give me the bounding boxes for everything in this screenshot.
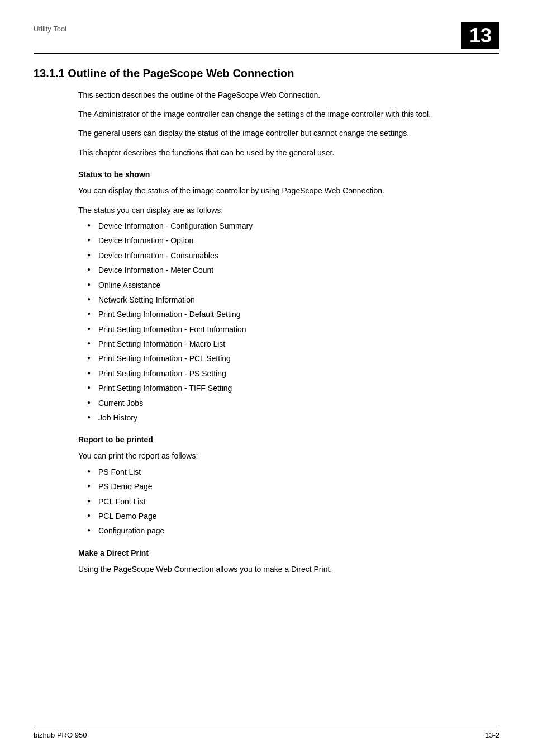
list-item: Device Information - Meter Count [87,264,477,276]
report-subheading: Report to be printed [78,435,499,444]
list-item: Print Setting Information - Font Informa… [87,323,477,336]
section-number: 13.1.1 [34,67,65,79]
report-list: PS Font List PS Demo Page PCL Font List … [87,466,477,537]
list-item: PCL Font List [87,495,477,508]
status-list: Device Information - Configuration Summa… [87,220,477,424]
page: Utility Tool 13 13.1.1 Outline of the Pa… [0,0,533,756]
list-item: Device Information - Configuration Summa… [87,220,477,232]
section-title: Outline of the PageScope Web Connection [68,67,294,79]
intro-paragraph-4: This chapter describes the functions tha… [78,147,477,159]
list-item: Job History [87,412,477,424]
footer-page-number: 13-2 [485,731,499,739]
status-intro-1: You can display the status of the image … [78,185,477,197]
list-item: PS Font List [87,466,477,478]
list-item: Network Setting Information [87,294,477,306]
status-subheading: Status to be shown [78,170,499,179]
header-title: Utility Tool [34,22,66,33]
page-footer: bizhub PRO 950 13-2 [34,726,499,739]
list-item: Print Setting Information - Macro List [87,338,477,350]
list-item: Device Information - Consumables [87,249,477,262]
intro-paragraph-1: This section describes the outline of th… [78,89,477,101]
page-header: Utility Tool 13 [34,22,499,54]
status-intro-2: The status you can display are as follow… [78,204,477,216]
list-item: Online Assistance [87,279,477,291]
list-item: Configuration page [87,525,477,537]
direct-print-text: Using the PageScope Web Connection allow… [78,563,477,575]
list-item: Current Jobs [87,397,477,409]
section-heading: 13.1.1 Outline of the PageScope Web Conn… [34,67,499,80]
intro-paragraph-2: The Administrator of the image controlle… [78,108,477,120]
intro-paragraph-3: The general users can display the status… [78,127,477,139]
list-item: PS Demo Page [87,480,477,493]
list-item: PCL Demo Page [87,510,477,522]
list-item: Print Setting Information - Default Sett… [87,308,477,320]
report-intro: You can print the report as follows; [78,450,477,462]
list-item: Device Information - Option [87,234,477,247]
list-item: Print Setting Information - TIFF Setting [87,382,477,394]
chapter-number: 13 [461,22,499,49]
direct-print-subheading: Make a Direct Print [78,549,499,557]
footer-product: bizhub PRO 950 [34,731,87,739]
list-item: Print Setting Information - PCL Setting [87,352,477,365]
list-item: Print Setting Information - PS Setting [87,367,477,380]
